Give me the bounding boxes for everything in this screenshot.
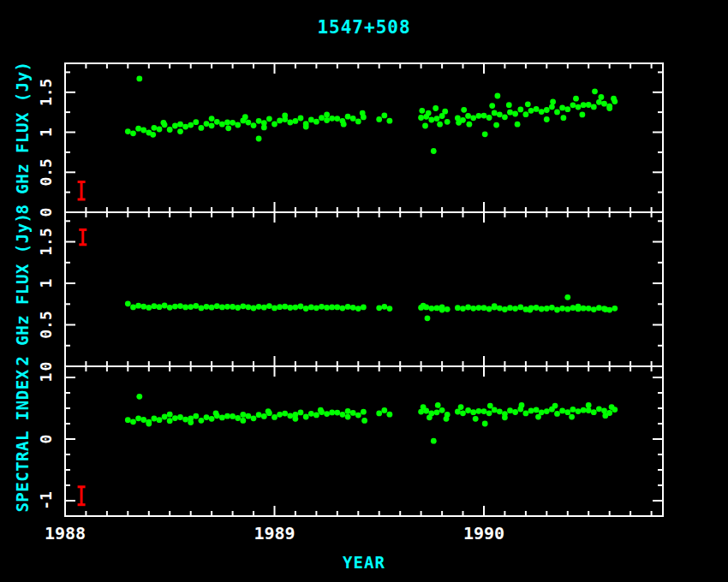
y-axis-title-spectral-index: SPECTRAL INDEX: [13, 369, 32, 512]
y-tick-label: -1: [37, 491, 55, 510]
sample-error-bar: [78, 487, 86, 505]
x-axis-title: YEAR: [0, 553, 728, 572]
panel-1: 00.511.5: [37, 212, 663, 371]
panel-0: 00.511.5: [37, 63, 663, 217]
panel-2: -101: [37, 366, 663, 516]
y-tick-label: 1.5: [37, 228, 55, 256]
plot-stage: 00.511.500.511.5-101198819891990 1547+50…: [0, 0, 728, 582]
x-tick-label: 1990: [463, 523, 504, 543]
data-points: [125, 394, 618, 444]
x-tick-label: 1989: [254, 523, 295, 543]
sample-error-bar: [78, 182, 86, 200]
y-tick-label: 0: [37, 208, 55, 217]
data-points: [125, 294, 618, 321]
y-tick-label: 0: [37, 362, 55, 371]
light-curve-chart: 00.511.500.511.5-101198819891990: [0, 0, 728, 582]
y-axis-title-2ghz-flux: 2 GHz FLUX (Jy): [13, 212, 32, 365]
y-tick-label: 0: [37, 435, 55, 444]
panel-frame: [65, 366, 663, 516]
y-tick-label: 0.5: [37, 158, 55, 187]
panel-frame: [65, 212, 663, 366]
y-tick-label: 1: [37, 128, 55, 137]
y-tick-label: 1: [37, 373, 55, 383]
plot-title: 1547+508: [0, 17, 728, 38]
y-tick-label: 1.5: [37, 79, 55, 107]
data-points: [125, 76, 618, 154]
y-tick-label: 0.5: [37, 311, 55, 339]
sample-error-bar: [79, 229, 87, 244]
panel-frame: [65, 63, 663, 212]
y-axis-title-8ghz-flux: 8 GHz FLUX (Jy): [13, 61, 32, 214]
y-tick-label: 1: [37, 279, 55, 288]
x-tick-label: 1988: [45, 523, 86, 543]
